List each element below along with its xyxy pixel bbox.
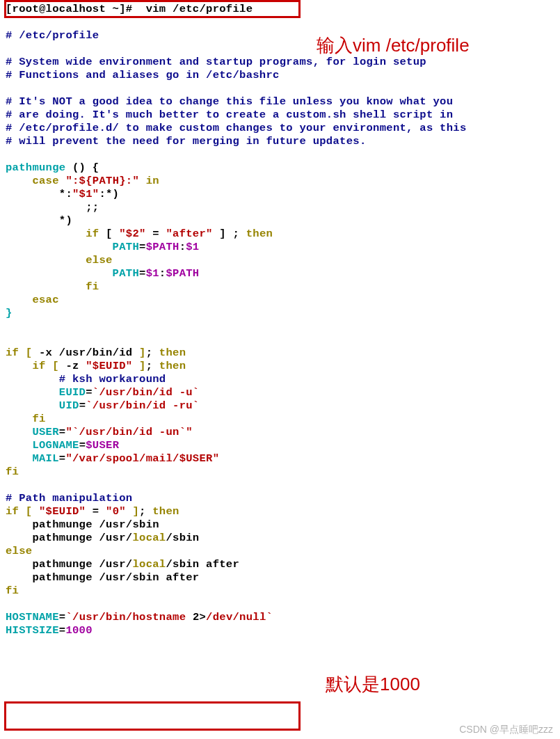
pm-line3b: /usr/ (99, 558, 132, 571)
eq4: = (79, 399, 86, 412)
pm-q2: "0" (106, 505, 126, 518)
pm-line1b: /usr/ (99, 518, 132, 531)
comment-warn-2: # are doing. It's much better to create … (6, 109, 453, 121)
terminal-viewport[interactable]: [root@localhost ~]# vim /etc/profile # /… (0, 0, 560, 640)
id-if1-rb: ] (132, 347, 145, 359)
case-c1a: *: (6, 188, 72, 200)
id-if2-lb: [ (52, 360, 65, 372)
fn-close: } (6, 307, 13, 319)
eq8: = (59, 611, 66, 623)
csdn-watermark: CSDN @早点睡吧zzz (459, 724, 553, 736)
fn-open: { (93, 161, 99, 174)
pm-if-kw: if (6, 505, 26, 518)
comment-warn-4: # will prevent the need for merging in f… (6, 135, 366, 148)
id-then1: then (159, 347, 186, 359)
uid-l: UID (6, 399, 79, 412)
col2: : (159, 267, 166, 280)
host-l: HOSTNAME (6, 611, 59, 623)
id-if1-path: /usr/bin/id (59, 347, 133, 359)
a2r2: $PATH (166, 267, 199, 280)
id-if1-kw: if (6, 347, 26, 359)
host-bt1: ` (65, 611, 72, 623)
fi-inner: fi (6, 413, 46, 425)
pm-line1c: sbin (132, 518, 159, 531)
eq9: = (59, 624, 66, 637)
host-dev: /dev/null (206, 611, 266, 623)
pathman-comment: # Path manipulation (6, 492, 132, 504)
pm-lb: [ (26, 505, 39, 518)
pm-line4c: sbin (132, 571, 159, 584)
pm-line3c: local (132, 558, 166, 571)
if-kw: if (6, 228, 106, 240)
pm-line2b: /usr/ (99, 532, 132, 544)
comment-summary-1: # System wide environment and startup pr… (6, 56, 426, 68)
pm-line3f: after (199, 558, 239, 571)
uid-r: `/usr/bin/id -ru` (86, 399, 199, 412)
if-rb: ] (213, 228, 233, 240)
then-kw: then (246, 228, 273, 240)
user-l: USER (6, 426, 59, 438)
id-then2: then (159, 360, 186, 372)
pm-else: else (6, 545, 32, 557)
mail-r: "/var/spool/mail/$USER" (65, 452, 219, 465)
id-if1-flag: -x (39, 347, 59, 359)
logname-r: $USER (86, 439, 119, 452)
pm-semi: ; (139, 505, 152, 518)
case-c1b: :*) (99, 188, 119, 200)
logname-l: LOGNAME (6, 439, 79, 452)
case-s1: ;; (6, 201, 99, 214)
if-eq: = (146, 228, 166, 240)
if-q1: "$2" (119, 228, 145, 240)
a1r1: $PATH (146, 241, 179, 253)
pm-line3d: / (166, 558, 173, 571)
pm-line2e: sbin (173, 532, 199, 544)
id-if2-q: "$EUID" (86, 360, 132, 372)
hist-l: HISTSIZE (6, 624, 59, 637)
pm-rb: ] (126, 505, 139, 518)
pm-line2a: pathmunge (6, 532, 99, 544)
comment-warn-3: # /etc/profile.d/ to make custom changes… (6, 122, 467, 134)
if-semi: ; (232, 228, 246, 240)
mail-l: MAIL (6, 452, 59, 465)
eq5: = (59, 426, 66, 438)
euid-l: EUID (6, 386, 86, 399)
fi-kw: fi (6, 280, 99, 293)
shell-prompt: [root@localhost ~]# vim /etc/profile (6, 3, 253, 15)
host-path: /usr/bin/hostname (72, 611, 186, 623)
a2r1: $1 (146, 267, 159, 280)
host-sp (186, 611, 193, 623)
fi-outer: fi (6, 466, 19, 478)
comment-title: # /etc/profile (6, 29, 99, 42)
case-str: ":${PATH}:" (65, 175, 139, 187)
eq7: = (59, 452, 66, 465)
pm-line4a: pathmunge (6, 571, 99, 584)
user-r: "`/usr/bin/id -un`" (65, 426, 192, 438)
id-if2-semi: ; (146, 360, 159, 372)
eq2: = (139, 267, 146, 280)
pm-line4d: after (159, 571, 200, 584)
id-if1-semi: ; (146, 347, 159, 359)
id-if2-flag: -z (65, 360, 86, 372)
else-kw: else (6, 254, 113, 267)
pm-line4b: /usr/ (99, 571, 132, 584)
annotation-bottom: 默认是1000 (326, 672, 420, 697)
euid-r: `/usr/bin/id -u` (93, 386, 200, 399)
pm-line2c: local (132, 532, 166, 544)
case-c1q: "$1" (72, 188, 99, 200)
a1r2: $1 (186, 241, 199, 253)
id-if1-lb: [ (26, 347, 39, 359)
pm-then: then (152, 505, 179, 518)
fn-name: pathmunge (6, 161, 72, 174)
col1: : (179, 241, 186, 253)
ksh-comment: # ksh workaround (6, 373, 166, 386)
case-c2: *) (6, 214, 72, 227)
pad (6, 360, 32, 372)
eq6: = (79, 439, 86, 452)
id-if2-rb: ] (132, 360, 145, 372)
comment-warn-1: # It's NOT a good idea to change this fi… (6, 95, 453, 108)
case-kw: case (6, 175, 65, 187)
pm-line1a: pathmunge (6, 518, 99, 531)
pm-eq: = (86, 505, 106, 518)
if-q2: "after" (166, 228, 212, 240)
pm-line3a: pathmunge (6, 558, 99, 571)
